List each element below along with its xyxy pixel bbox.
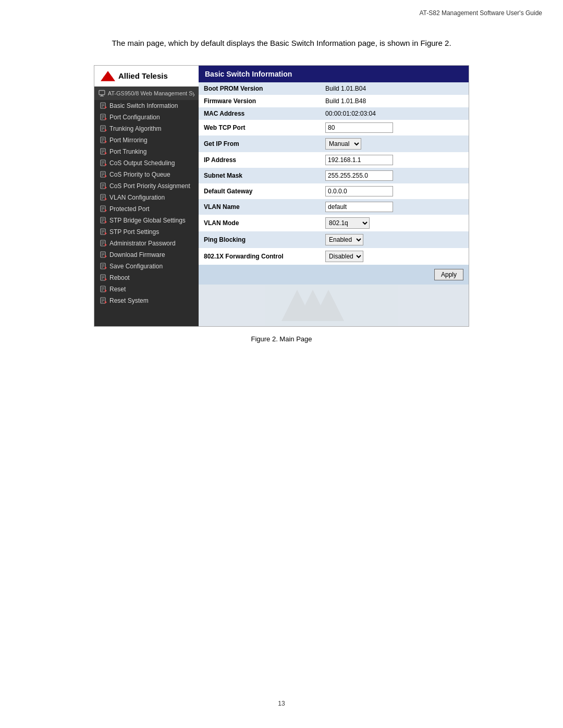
header-title: AT-S82 Management Software User's Guide	[419, 9, 542, 17]
sidebar-item-8[interactable]: VLAN Configuration	[94, 192, 199, 203]
svg-marker-0	[101, 71, 115, 81]
sidebar-item-15[interactable]: Reboot	[94, 272, 199, 283]
row-value[interactable]: ManualDHCPBOOTP	[320, 135, 469, 152]
sidebar-item-12[interactable]: Administrator Password	[94, 238, 199, 249]
row-value: Build 1.01.B48	[320, 95, 469, 107]
input-web-tcp-port[interactable]	[325, 122, 393, 133]
row-value[interactable]: DisabledEnabled	[320, 248, 469, 265]
select-802.1x-forwarding-control[interactable]: DisabledEnabled	[325, 251, 363, 262]
nav-page-icon	[100, 263, 107, 270]
row-value[interactable]	[320, 168, 469, 183]
sidebar-item-6[interactable]: CoS Priority to Queue	[94, 169, 199, 180]
table-row: 802.1X Forwarding ControlDisabledEnabled	[199, 248, 469, 265]
svg-marker-54	[105, 209, 107, 212]
input-subnet-mask[interactable]	[325, 170, 393, 181]
row-label: 802.1X Forwarding Control	[199, 248, 320, 265]
sidebar-item-13[interactable]: Download Firmware	[94, 249, 199, 261]
svg-rect-1	[104, 77, 113, 78]
sidebar-item-5[interactable]: CoS Output Scheduling	[94, 157, 199, 169]
sidebar-item-label: CoS Output Scheduling	[109, 159, 175, 167]
row-label: Get IP From	[199, 135, 320, 152]
input-vlan-name[interactable]	[325, 202, 393, 212]
row-value[interactable]: EnabledDisabled	[320, 231, 469, 248]
watermark-svg	[282, 290, 386, 321]
sidebar-item-2[interactable]: Trunking Algorithm	[94, 123, 199, 134]
apply-button[interactable]: Apply	[434, 269, 463, 280]
select-ping-blocking[interactable]: EnabledDisabled	[325, 234, 363, 245]
table-row: VLAN Mode802.1qPort-based	[199, 215, 469, 231]
sidebar-item-17[interactable]: Reset System	[94, 295, 199, 306]
section-header: Basic Switch Information	[199, 66, 469, 82]
table-row: Get IP FromManualDHCPBOOTP	[199, 135, 469, 152]
row-value: 00:00:01:02:03:04	[320, 107, 469, 120]
nav-page-icon	[100, 251, 107, 258]
sidebar-item-label: Administrator Password	[109, 240, 176, 247]
sidebar-item-9[interactable]: Protected Port	[94, 203, 199, 215]
row-label: Subnet Mask	[199, 168, 320, 183]
sidebar-item-1[interactable]: Port Configuration	[94, 112, 199, 123]
nav-page-icon	[100, 148, 107, 155]
sidebar-item-label: Reset	[109, 286, 126, 293]
nav-page-icon	[100, 297, 107, 304]
input-default-gateway[interactable]	[325, 186, 393, 196]
sidebar-item-label: Protected Port	[109, 205, 150, 213]
svg-marker-44	[105, 186, 107, 189]
svg-marker-64	[105, 232, 107, 235]
svg-marker-49	[105, 198, 107, 201]
sidebar-logo: Allied Telesis	[94, 66, 199, 87]
sidebar-item-label: Reset System	[109, 297, 149, 304]
sidebar-item-0[interactable]: Basic Switch Information	[94, 100, 199, 112]
row-label: Boot PROM Version	[199, 82, 320, 95]
apply-row: Apply	[199, 265, 469, 285]
sidebar-item-label: Reboot	[109, 274, 130, 281]
main-content: Basic Switch Information Boot PROM Versi…	[199, 66, 469, 326]
sidebar-item-16[interactable]: Reset	[94, 283, 199, 295]
sidebar-item-4[interactable]: Port Trunking	[94, 146, 199, 157]
sidebar-item-label: Port Configuration	[109, 114, 160, 121]
row-value[interactable]	[320, 120, 469, 135]
row-value[interactable]: 802.1qPort-based	[320, 215, 469, 231]
svg-marker-84	[105, 278, 107, 281]
nav-page-icon	[100, 114, 107, 121]
logo-text: Allied Telesis	[118, 71, 168, 80]
row-value[interactable]	[320, 152, 469, 168]
sidebar-item-label: STP Bridge Global Settings	[109, 217, 186, 224]
sidebar-item-7[interactable]: CoS Port Priority Assignment	[94, 180, 199, 192]
svg-marker-59	[105, 220, 107, 224]
sidebar-item-label: CoS Priority to Queue	[109, 171, 170, 178]
row-value[interactable]	[320, 199, 469, 215]
sidebar-item-label: VLAN Configuration	[109, 194, 165, 201]
page-description: The main page, which by default displays…	[104, 38, 459, 50]
nav-page-icon	[100, 286, 107, 293]
select-vlan-mode[interactable]: 802.1qPort-based	[325, 217, 370, 229]
svg-marker-19	[105, 129, 107, 132]
sidebar-item-10[interactable]: STP Bridge Global Settings	[94, 215, 199, 226]
sidebar-item-label: Port Trunking	[109, 148, 146, 155]
sidebar-item-11[interactable]: STP Port Settings	[94, 226, 199, 238]
table-row: Firmware VersionBuild 1.01.B48	[199, 95, 469, 107]
select-get-ip-from[interactable]: ManualDHCPBOOTP	[325, 138, 361, 150]
sidebar-item-14[interactable]: Save Configuration	[94, 261, 199, 272]
row-value: Build 1.01.B04	[320, 82, 469, 95]
nav-page-icon	[100, 137, 107, 144]
figure-caption: Figure 2. Main Page	[0, 335, 563, 343]
row-label: IP Address	[199, 152, 320, 168]
sidebar-system-title: AT-GS950/8 Web Management Sys...	[94, 87, 199, 100]
row-label: Default Gateway	[199, 183, 320, 199]
row-label: Ping Blocking	[199, 231, 320, 248]
page-number: 13	[0, 700, 563, 707]
row-value[interactable]	[320, 183, 469, 199]
allied-telesis-logo-icon	[101, 71, 115, 81]
svg-marker-79	[105, 266, 107, 269]
svg-marker-29	[105, 152, 107, 155]
table-row: MAC Address00:00:01:02:03:04	[199, 107, 469, 120]
nav-page-icon	[100, 240, 107, 247]
svg-marker-34	[105, 163, 107, 166]
screenshot-inner: Allied Telesis AT-GS950/8 Web Management…	[94, 66, 469, 326]
nav-page-icon	[100, 159, 107, 167]
sidebar-item-label: Download Firmware	[109, 251, 165, 258]
input-ip-address[interactable]	[325, 155, 393, 165]
sidebar-item-label: Port Mirroring	[109, 137, 148, 144]
row-label: Firmware Version	[199, 95, 320, 107]
sidebar-item-3[interactable]: Port Mirroring	[94, 134, 199, 146]
